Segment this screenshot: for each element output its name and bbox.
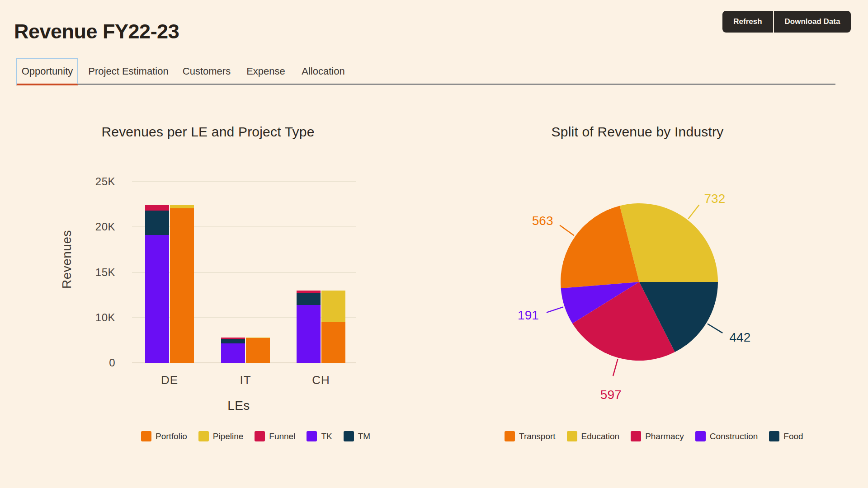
tabs-underline-rule bbox=[78, 84, 835, 85]
legend-label: Pipeline bbox=[213, 432, 244, 441]
pie-value-label-pharmacy: 597 bbox=[600, 388, 622, 402]
bar-segment-tm-ch[interactable] bbox=[297, 293, 321, 305]
y-tick-15K: 15K bbox=[77, 266, 115, 279]
legend-item-transport[interactable]: Transport bbox=[505, 431, 556, 441]
legend-label: Food bbox=[783, 432, 803, 441]
bar-segment-tm-it[interactable] bbox=[221, 339, 245, 343]
gridline-25K bbox=[132, 181, 356, 182]
legend-label: Portfolio bbox=[156, 432, 187, 441]
pie-value-label-transport: 563 bbox=[532, 214, 553, 228]
tab-allocation[interactable]: Allocation bbox=[302, 66, 344, 77]
legend-label: Pharmacy bbox=[645, 432, 684, 441]
legend-swatch-transport bbox=[505, 431, 515, 441]
legend-swatch-portfolio bbox=[141, 431, 151, 441]
legend-swatch-education bbox=[567, 431, 577, 441]
x-tick-ch: CH bbox=[294, 373, 348, 387]
bar-segment-portfolio-it[interactable] bbox=[246, 338, 270, 363]
bar-segment-portfolio-ch[interactable] bbox=[321, 322, 345, 363]
legend-label: TK bbox=[321, 432, 332, 441]
pie-plot-area: 732563191597442 bbox=[497, 181, 814, 420]
legend-item-pipeline[interactable]: Pipeline bbox=[198, 431, 244, 441]
bar-segment-pipeline-de[interactable] bbox=[170, 205, 194, 208]
x-tick-it: IT bbox=[218, 373, 273, 387]
x-axis-title: LEs bbox=[216, 399, 261, 413]
legend-label: Transport bbox=[519, 432, 556, 441]
header-button-group: Refresh Download Data bbox=[722, 11, 851, 33]
bar-segment-portfolio-de[interactable] bbox=[170, 208, 194, 363]
bar-chart-title: Revenues per LE and Project Type bbox=[59, 124, 357, 140]
legend-item-funnel[interactable]: Funnel bbox=[255, 431, 295, 441]
x-tick-de: DE bbox=[142, 373, 197, 387]
y-tick-0: 0 bbox=[77, 357, 115, 369]
pie-label-line-education bbox=[689, 205, 699, 219]
legend-item-portfolio[interactable]: Portfolio bbox=[141, 431, 187, 441]
legend-swatch-construction bbox=[695, 431, 706, 441]
tab-project-estimation[interactable]: Project Estimation bbox=[88, 66, 168, 77]
legend-swatch-pharmacy bbox=[631, 431, 641, 441]
bar-segment-funnel-de[interactable] bbox=[145, 205, 169, 211]
legend-item-construction[interactable]: Construction bbox=[695, 431, 758, 441]
tab-customers[interactable]: Customers bbox=[183, 66, 231, 77]
refresh-button[interactable]: Refresh bbox=[722, 11, 773, 33]
bar-segment-tk-ch[interactable] bbox=[297, 305, 321, 363]
bar-segment-funnel-it[interactable] bbox=[221, 338, 245, 339]
download-data-button[interactable]: Download Data bbox=[774, 11, 851, 33]
bar-segment-tm-de[interactable] bbox=[145, 211, 169, 235]
bar-chart: Revenues per LE and Project Type Revenue… bbox=[59, 122, 357, 452]
legend-item-pharmacy[interactable]: Pharmacy bbox=[631, 431, 684, 441]
legend-item-tk[interactable]: TK bbox=[307, 431, 332, 441]
tab-expense[interactable]: Expense bbox=[246, 66, 285, 77]
legend-swatch-food bbox=[769, 431, 779, 441]
legend-swatch-pipeline bbox=[198, 431, 209, 441]
legend-label: Education bbox=[581, 432, 620, 441]
legend-item-education[interactable]: Education bbox=[567, 431, 620, 441]
bar-segment-tk-it[interactable] bbox=[221, 343, 245, 363]
pie-value-label-food: 442 bbox=[730, 330, 751, 344]
pie-chart: Split of Revenue by Industry 73256319159… bbox=[497, 122, 814, 452]
legend-swatch-tk bbox=[307, 431, 317, 441]
pie-value-label-construction: 191 bbox=[518, 308, 539, 322]
pie-chart-legend: TransportEducationPharmacyConstructionFo… bbox=[505, 431, 803, 441]
pie-chart-title: Split of Revenue by Industry bbox=[497, 124, 778, 140]
y-tick-25K: 25K bbox=[77, 175, 115, 188]
bar-chart-legend: PortfolioPipelineFunnelTKTM bbox=[141, 431, 370, 441]
pie-label-line-pharmacy bbox=[613, 359, 618, 376]
bar-segment-funnel-ch[interactable] bbox=[297, 291, 321, 293]
y-axis-title: Revenues bbox=[58, 225, 76, 293]
y-tick-20K: 20K bbox=[77, 221, 115, 233]
pie-label-line-transport bbox=[560, 225, 574, 236]
page-title: Revenue FY22-23 bbox=[14, 20, 179, 43]
legend-label: Funnel bbox=[269, 432, 295, 441]
legend-label: TM bbox=[358, 432, 370, 441]
legend-swatch-tm bbox=[344, 431, 354, 441]
pie-label-line-food bbox=[708, 324, 722, 333]
pie-value-label-education: 732 bbox=[704, 192, 726, 206]
bar-segment-tk-de[interactable] bbox=[145, 235, 169, 363]
pie-label-line-construction bbox=[547, 307, 563, 312]
legend-swatch-funnel bbox=[255, 431, 265, 441]
tab-opportunity[interactable]: Opportunity bbox=[16, 58, 78, 85]
bar-segment-pipeline-ch[interactable] bbox=[321, 291, 345, 322]
legend-item-tm[interactable]: TM bbox=[344, 431, 370, 441]
legend-item-food[interactable]: Food bbox=[769, 431, 803, 441]
bar-segment-pipeline-it[interactable] bbox=[246, 338, 270, 338]
legend-label: Construction bbox=[710, 432, 758, 441]
y-tick-10K: 10K bbox=[77, 311, 115, 324]
